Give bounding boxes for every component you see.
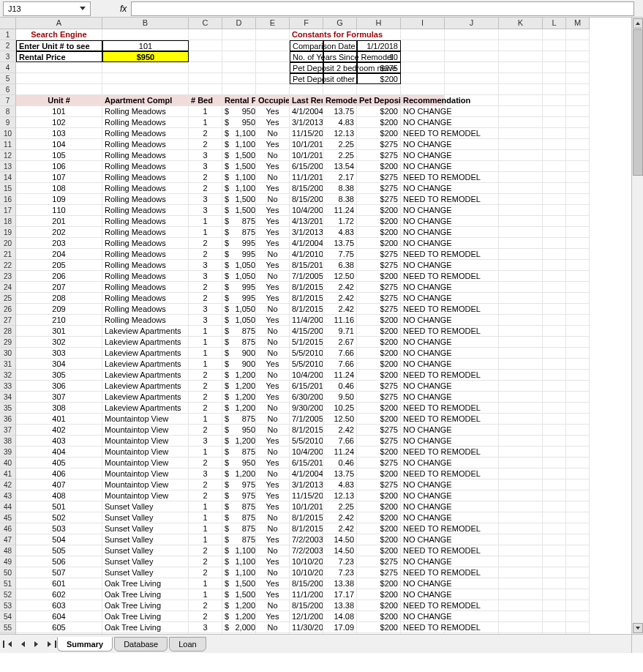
cell-B27[interactable]: Rolling Meadows: [102, 315, 189, 326]
cell-G46[interactable]: 2.42: [323, 523, 357, 534]
row-header-4[interactable]: 4: [0, 62, 16, 73]
row-header-21[interactable]: 21: [0, 249, 16, 260]
cell-B44[interactable]: Sunset Valley: [102, 501, 189, 512]
cell-A25[interactable]: 208: [16, 293, 102, 304]
cell-I12[interactable]: NO CHANGE: [401, 150, 445, 161]
cell-K46[interactable]: [499, 523, 543, 534]
cell-K9[interactable]: [499, 117, 543, 128]
cell-M2[interactable]: [566, 40, 590, 51]
cell-E51[interactable]: Yes: [256, 578, 290, 589]
row-header-54[interactable]: 54: [0, 611, 16, 622]
cell-D6[interactable]: [222, 84, 256, 95]
cell-C13[interactable]: 3: [189, 161, 222, 172]
cell-F14[interactable]: 11/1/2015: [290, 172, 323, 183]
cell-L4[interactable]: [543, 62, 566, 73]
cell-I5[interactable]: [401, 73, 445, 84]
cell-E54[interactable]: Yes: [256, 611, 290, 622]
next-sheet-button[interactable]: [29, 638, 42, 651]
cell-B11[interactable]: Rolling Meadows: [102, 139, 189, 150]
cell-E22[interactable]: Yes: [256, 260, 290, 271]
cell-A20[interactable]: 203: [16, 238, 102, 249]
cell-I8[interactable]: NO CHANGE: [401, 106, 445, 117]
cell-L37[interactable]: [543, 425, 566, 436]
row-header-7[interactable]: 7: [0, 95, 16, 106]
cell-C21[interactable]: 2: [189, 249, 222, 260]
cell-M37[interactable]: [566, 425, 590, 436]
cell-E18[interactable]: Yes: [256, 216, 290, 227]
cell-A49[interactable]: 506: [16, 556, 102, 567]
cell-C31[interactable]: 1: [189, 359, 222, 370]
cell-L55[interactable]: [543, 622, 566, 633]
cell-K8[interactable]: [499, 106, 543, 117]
cell-E38[interactable]: Yes: [256, 436, 290, 447]
cell-K19[interactable]: [499, 227, 543, 238]
cell-A36[interactable]: 401: [16, 414, 102, 425]
cell-H3[interactable]: 10: [357, 51, 401, 62]
cell-M14[interactable]: [566, 172, 590, 183]
cell-H34[interactable]: $275: [357, 392, 401, 403]
cell-H28[interactable]: $200: [357, 326, 401, 337]
cell-G50[interactable]: 7.23: [323, 567, 357, 578]
cell-A9[interactable]: 102: [16, 117, 102, 128]
cell-C8[interactable]: 1: [189, 106, 222, 117]
cells-area[interactable]: Search EngineConstants for FormulasEnter…: [16, 29, 590, 653]
col-header-K[interactable]: K: [499, 18, 543, 29]
cell-A10[interactable]: 103: [16, 128, 102, 139]
cell-G35[interactable]: 10.25: [323, 403, 357, 414]
cell-G44[interactable]: 2.25: [323, 501, 357, 512]
row-header-31[interactable]: 31: [0, 359, 16, 370]
cell-E36[interactable]: No: [256, 414, 290, 425]
cell-H44[interactable]: $200: [357, 501, 401, 512]
cell-J40[interactable]: [445, 458, 499, 468]
cell-L20[interactable]: [543, 238, 566, 249]
cell-H50[interactable]: $275: [357, 567, 401, 578]
cell-D28[interactable]: $875: [222, 326, 256, 337]
cell-M9[interactable]: [566, 117, 590, 128]
cell-I31[interactable]: NO CHANGE: [401, 359, 445, 370]
cell-M39[interactable]: [566, 447, 590, 458]
cell-I36[interactable]: NEED TO REMODEL: [401, 414, 445, 425]
cell-J27[interactable]: [445, 315, 499, 326]
cell-H23[interactable]: $200: [357, 271, 401, 282]
cell-A21[interactable]: 204: [16, 249, 102, 260]
cell-I2[interactable]: [401, 40, 445, 51]
cell-I45[interactable]: NO CHANGE: [401, 512, 445, 523]
cell-A1[interactable]: Search Engine: [16, 29, 102, 40]
cell-A51[interactable]: 601: [16, 578, 102, 589]
cell-D23[interactable]: $1,050: [222, 271, 256, 282]
cell-I54[interactable]: NO CHANGE: [401, 611, 445, 622]
cell-H48[interactable]: $200: [357, 545, 401, 556]
cell-A27[interactable]: 210: [16, 315, 102, 326]
cell-A40[interactable]: 405: [16, 458, 102, 468]
cell-E41[interactable]: No: [256, 468, 290, 479]
cell-M24[interactable]: [566, 282, 590, 293]
row-header-12[interactable]: 12: [0, 150, 16, 161]
cell-M42[interactable]: [566, 479, 590, 490]
cell-M53[interactable]: [566, 600, 590, 611]
cell-D14[interactable]: $1,100: [222, 172, 256, 183]
cell-E2[interactable]: [256, 40, 290, 51]
cell-E45[interactable]: No: [256, 512, 290, 523]
cell-D38[interactable]: $1,200: [222, 436, 256, 447]
cell-K51[interactable]: [499, 578, 543, 589]
cell-I43[interactable]: NO CHANGE: [401, 490, 445, 501]
row-header-53[interactable]: 53: [0, 600, 16, 611]
cell-B47[interactable]: Sunset Valley: [102, 534, 189, 545]
cell-M40[interactable]: [566, 458, 590, 468]
cell-G53[interactable]: 13.38: [323, 600, 357, 611]
cell-H25[interactable]: $275: [357, 293, 401, 304]
cell-L21[interactable]: [543, 249, 566, 260]
cell-F10[interactable]: 11/15/2005: [290, 128, 323, 139]
cell-G17[interactable]: 11.24: [323, 205, 357, 216]
cell-F35[interactable]: 9/30/2007: [290, 403, 323, 414]
cell-B41[interactable]: Mountaintop View: [102, 468, 189, 479]
cell-K45[interactable]: [499, 512, 543, 523]
col-header-B[interactable]: B: [102, 18, 189, 29]
cell-A26[interactable]: 209: [16, 304, 102, 315]
cell-K43[interactable]: [499, 490, 543, 501]
cell-H39[interactable]: $200: [357, 447, 401, 458]
cell-E46[interactable]: No: [256, 523, 290, 534]
cell-A50[interactable]: 507: [16, 567, 102, 578]
cell-L45[interactable]: [543, 512, 566, 523]
cell-B10[interactable]: Rolling Meadows: [102, 128, 189, 139]
